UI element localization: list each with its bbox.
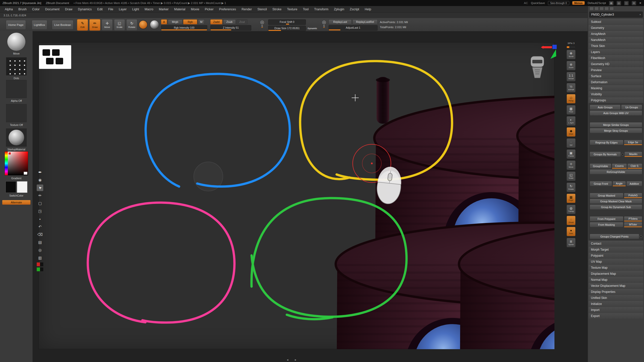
palette-export[interactable]: Export [589,313,643,319]
menu-stroke[interactable]: Stroke [270,8,284,11]
palette-layers[interactable]: Layers [589,49,643,55]
palette-arraymesh[interactable]: ArrayMesh [589,31,643,37]
menu-texture[interactable]: Texture [284,8,300,11]
rshelf-xyz[interactable]: ·xyz [567,138,576,148]
current-tool-field[interactable]: PM3D_Cylinder3 ▾ [589,12,643,18]
replay-last-button[interactable]: ReplayLast [329,19,352,24]
pg-from-polypaint[interactable]: From Polypaint [590,216,623,221]
zsub-toggle[interactable]: Zsub [223,19,236,24]
pg-merge-similar-groups[interactable]: Merge Similar Groups [590,122,642,127]
menu-document[interactable]: Document [43,8,62,11]
palette-fibermesh[interactable]: FiberMesh [589,55,643,61]
pg-mtoler[interactable]: MToler [624,222,642,227]
menu-render[interactable]: Render [239,8,255,11]
delete-icon[interactable]: ⌫ [37,231,43,238]
palette-icon-5[interactable] [610,7,614,10]
pg-groupvisible[interactable]: GroupVisible [590,163,611,169]
menu-zplugin[interactable]: Zplugin [331,8,347,11]
rshelf-move[interactable]: ✛Move [567,160,576,170]
rshelf-zoom[interactable]: ⊕Zoom [567,61,576,70]
frame-icon[interactable]: ▢ [37,200,43,207]
palette-subtool[interactable]: Subtool [589,19,643,25]
eye-icon[interactable]: ◉ [37,177,43,183]
replay-last-rel-button[interactable]: ReplayLastRel [352,19,378,24]
gradient-color-picker[interactable]: Gradient [0,151,33,180]
camera-icon[interactable]: ◎ [37,247,43,253]
startup-material-thumb[interactable]: StartupMaterial [0,128,33,151]
palette-initialize[interactable]: Initialize [589,301,643,307]
pg-uv-groups[interactable]: Uv Groups [621,105,642,110]
stroke-move-thumb[interactable]: Move [0,33,33,55]
pg-additive[interactable]: Additive [626,181,642,186]
rshelf-qxyz[interactable]: ◆Qxyz [567,127,576,137]
pg-group-masked[interactable]: Group Masked [590,193,623,198]
columns-icon[interactable]: ◫ [624,1,629,5]
rshelf-floor[interactable]: ▦Floor [567,105,576,115]
quicksave-button[interactable]: QuickSave [531,2,545,5]
pg-ptolera[interactable]: PTolera [624,216,642,221]
palette-polypaint[interactable]: Polypaint [589,253,643,258]
palette-uv-map[interactable]: UV Map [589,259,643,264]
adjust-last-slider[interactable]: AdjustLast 1 [329,25,378,31]
see-through-slider[interactable]: See-through 0 [548,1,569,5]
focal-shift-slider[interactable]: Focal Shift 0 [268,19,306,25]
pg-regroupvisible[interactable]: ReGroupVisible [590,169,642,174]
rshelf-scale[interactable]: ◱Scale [567,171,576,181]
pg-group-as-dynamesh-sub[interactable]: Group As Dynamesh Sub [590,204,642,210]
pg-edge-se[interactable]: Edge Se [624,140,642,145]
palette-contact[interactable]: Contact [589,241,643,246]
zadd-toggle[interactable]: Zadd [210,19,222,24]
pg-auto-groups[interactable]: Auto Groups [590,105,621,110]
alternate-button[interactable]: Alternate [2,200,30,205]
menu-preferences[interactable]: Preferences [216,8,239,11]
live-boolean-button[interactable]: Live Boolean [52,20,73,30]
palette-unified-skin[interactable]: Unified Skin [589,295,643,301]
menu-material[interactable]: Material [171,8,188,11]
palette-polygroups[interactable]: Polygroups [589,97,643,103]
pg-groups-changed-points[interactable]: Groups Changed Points [590,234,639,239]
palette-displacement-map[interactable]: Displacement Map [589,271,643,277]
menu-macro[interactable]: Macro [142,8,156,11]
move-button[interactable]: ✛ Move [102,19,113,31]
palette-preview[interactable]: Preview [589,67,643,73]
document-preview-card[interactable] [39,45,71,69]
secondary-swatch-pair[interactable] [37,267,43,271]
color-swatch-pair[interactable] [37,262,43,266]
lightbox-button[interactable]: LightBox [32,20,47,30]
palette-geometry-hd[interactable]: Geometry HD [589,61,643,67]
rshelf-scroll[interactable]: ✥Scroll [567,50,576,59]
palette-surface[interactable]: Surface [589,73,643,79]
menu-dynamics[interactable]: Dynamics [75,8,95,11]
menu-file[interactable]: File [105,8,116,11]
nav-right-arrow-icon[interactable]: ▸ [295,358,296,361]
palette-normal-map[interactable]: Normal Map [589,277,643,283]
m-toggle[interactable]: M [198,19,205,24]
draw-size-slider[interactable]: Draw Size 172.05351 [268,26,306,31]
tag-icon[interactable]: ◳ [37,208,43,214]
rshelf-frame[interactable]: ▣Frame [567,149,576,159]
rshelf-l-sym[interactable]: ◐L.Sym [567,116,576,126]
rshelf-xpose[interactable]: ≣Xpose [567,238,576,247]
focal-shift-icon[interactable]: ◎S [258,20,266,28]
menu-movie[interactable]: Movie [188,8,202,11]
texture-off-thumb[interactable]: Texture Off [0,104,33,126]
menu-picker[interactable]: Picker [202,8,216,11]
spix-slider[interactable] [567,46,576,48]
stroke-icon[interactable]: ◎S [320,20,328,28]
menu-marker[interactable]: Marker [156,8,171,11]
saturation-square[interactable] [8,152,28,175]
menu-zscript[interactable]: Zscript [347,8,362,11]
rgb-intensity-slider[interactable]: Rgb Intensity 100 [161,25,207,31]
rshelf-rotate[interactable]: ↻Rotate [567,183,576,192]
palette-icon-2[interactable] [594,7,599,10]
menu-stencil[interactable]: Stencil [255,8,270,11]
rshelf-persp[interactable]: ◇Persp [567,94,576,104]
palette-icon-1[interactable] [589,7,594,10]
palette-masking[interactable]: Masking [589,85,643,91]
pg-from-masking[interactable]: From Masking [590,222,623,227]
pg-group-front[interactable]: Group Front [590,181,612,186]
pg-maxan[interactable]: MaxAn [624,152,642,157]
stroke-dots-thumb[interactable]: Dots [0,57,33,80]
grid-icon[interactable]: ▩ [609,1,614,5]
z-intensity-slider[interactable]: Z Intensity 51 [210,25,251,31]
